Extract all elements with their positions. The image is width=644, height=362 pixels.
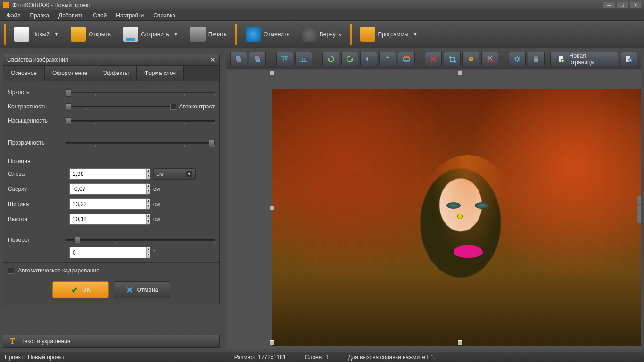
tab-decoration[interactable]: Оформление	[45, 66, 95, 81]
crop-button[interactable]	[444, 52, 461, 66]
degree-label: °	[153, 249, 172, 256]
rotation-label: Поворот	[8, 237, 66, 243]
cut-button[interactable]	[481, 52, 498, 66]
tab-layer-shape[interactable]: Форма слоя	[137, 66, 184, 81]
menu-file[interactable]: Файл	[2, 11, 25, 20]
resize-handle[interactable]	[458, 71, 462, 75]
chevron-down-icon: ▼	[186, 171, 192, 177]
rotation-handle[interactable]	[457, 214, 463, 219]
flip-horizontal-button[interactable]	[360, 52, 377, 66]
svg-point-13	[487, 60, 489, 62]
rotation-input[interactable]: ▲▼	[69, 247, 149, 258]
selection-box[interactable]	[272, 73, 641, 343]
ok-button[interactable]: OK	[52, 281, 109, 298]
redo-icon	[302, 27, 317, 42]
settings-button[interactable]	[509, 52, 526, 66]
menu-settings[interactable]: Настройки	[111, 11, 149, 20]
folder-icon	[71, 27, 86, 42]
save-icon	[123, 27, 138, 42]
align-top-button[interactable]	[276, 52, 293, 66]
canvas-area[interactable]	[226, 70, 641, 349]
new-page-button[interactable]: Новая страница	[550, 52, 618, 66]
svg-point-15	[516, 58, 519, 60]
height-label: Высота	[8, 216, 66, 222]
arrange-backward-button[interactable]	[249, 52, 266, 66]
cancel-button[interactable]: Отмена	[114, 281, 170, 298]
new-button[interactable]: Новый▼	[9, 24, 63, 45]
adjust-button[interactable]	[462, 52, 479, 66]
arrange-forward-button[interactable]	[230, 52, 247, 66]
document-icon	[14, 27, 29, 42]
svg-rect-6	[285, 57, 287, 60]
redo-button[interactable]: Вернуть	[297, 24, 346, 45]
svg-rect-3	[255, 56, 259, 60]
app-icon	[3, 2, 9, 8]
save-button[interactable]: Сохранить▼	[118, 24, 183, 45]
side-flyout-tabs[interactable]	[637, 196, 641, 223]
brightness-slider[interactable]	[66, 88, 215, 97]
menubar: Файл Правка Добавить Слой Настройки Спра…	[0, 10, 644, 21]
align-bottom-button[interactable]	[295, 52, 312, 66]
saturation-label: Насыщенность	[8, 117, 66, 124]
canvas-image[interactable]	[272, 89, 641, 346]
rotation-slider[interactable]	[66, 236, 215, 244]
unit-label: см	[153, 216, 172, 222]
image-content	[454, 245, 483, 258]
autocrop-checkbox[interactable]: Автоматическое кадрирование	[8, 267, 215, 274]
minimize-button[interactable]: —	[603, 2, 615, 8]
check-icon	[71, 286, 78, 294]
undo-icon	[246, 27, 261, 42]
chevron-down-icon: ▼	[54, 32, 58, 37]
resize-handle[interactable]	[270, 71, 274, 75]
page-add-icon	[557, 55, 566, 63]
resize-handle[interactable]	[458, 340, 462, 345]
unit-label: см	[153, 186, 172, 192]
print-button[interactable]: Печать	[186, 24, 231, 45]
undo-button[interactable]: Отменить	[241, 24, 294, 45]
resize-handle[interactable]	[270, 340, 274, 345]
page-settings-button[interactable]	[621, 52, 637, 66]
menu-edit[interactable]: Правка	[25, 11, 54, 20]
svg-rect-8	[302, 57, 303, 61]
flip-vertical-button[interactable]	[379, 52, 396, 66]
fit-button[interactable]	[398, 52, 415, 66]
status-help: Для вызова справки нажмите F1.	[348, 354, 435, 361]
svg-rect-4	[281, 56, 288, 57]
delete-button[interactable]	[425, 52, 442, 66]
image-content	[475, 202, 489, 209]
resize-handle[interactable]	[270, 206, 274, 210]
panel-close-button[interactable]: ✕	[210, 56, 215, 64]
tab-basic[interactable]: Основное	[3, 66, 45, 81]
contrast-label: Контрастность	[8, 103, 66, 110]
menu-help[interactable]: Справка	[149, 11, 180, 20]
menu-add[interactable]: Добавить	[54, 11, 88, 20]
text-icon: T	[8, 337, 17, 346]
top-input[interactable]: ▲▼	[69, 183, 149, 195]
text-decorations-section[interactable]: T Текст и украшения	[3, 335, 220, 348]
width-input[interactable]: ▲▼	[69, 198, 149, 210]
maximize-button[interactable]: □	[617, 2, 628, 8]
chevron-down-icon: ▼	[174, 32, 178, 37]
rotate-left-button[interactable]	[322, 52, 339, 66]
programs-button[interactable]: Программы▼	[355, 24, 422, 45]
menu-layer[interactable]: Слой	[88, 11, 111, 20]
rotate-right-button[interactable]	[341, 52, 358, 66]
close-button[interactable]: ✕	[630, 2, 641, 8]
svg-rect-5	[283, 57, 284, 61]
svg-rect-10	[404, 57, 409, 61]
opacity-slider[interactable]	[66, 139, 215, 147]
tab-effects[interactable]: Эффекты	[95, 66, 137, 81]
height-input[interactable]: ▲▼	[69, 214, 149, 225]
open-button[interactable]: Открыть	[66, 24, 116, 45]
unit-select[interactable]: см▼	[153, 168, 196, 180]
toolbar-separator	[235, 24, 237, 45]
contrast-slider[interactable]	[66, 102, 170, 111]
left-input[interactable]: ▲▼	[69, 168, 149, 180]
toolbar-separator	[4, 24, 6, 45]
image-content	[413, 155, 522, 306]
chevron-down-icon: ▼	[413, 32, 417, 37]
status-size: 1772x1181	[258, 354, 286, 361]
saturation-slider[interactable]	[66, 116, 215, 125]
autocontrast-checkbox[interactable]: Автоконтраст	[170, 103, 215, 110]
lock-button[interactable]	[528, 52, 545, 66]
